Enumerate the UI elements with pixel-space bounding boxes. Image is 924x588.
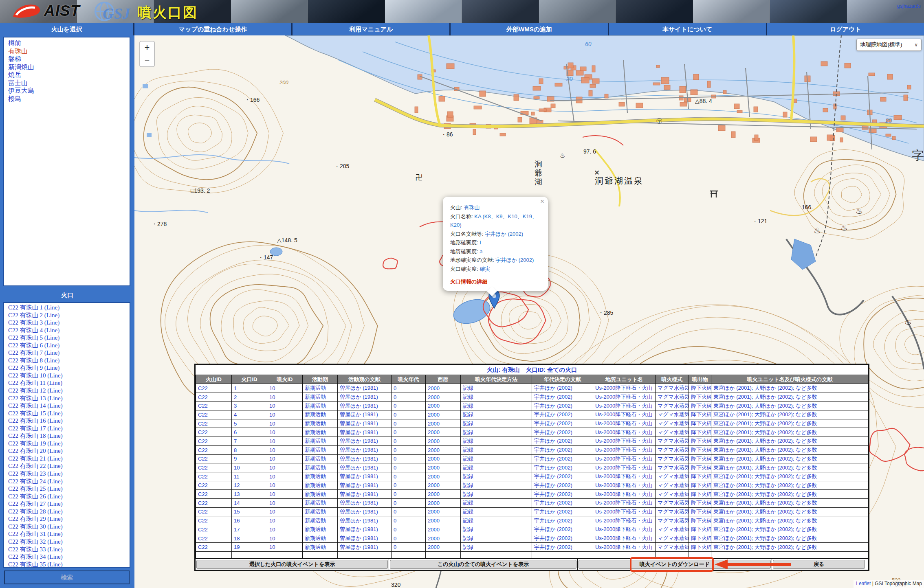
back-button[interactable]: 戻る	[773, 560, 865, 569]
table-cell[interactable]: マグマ水蒸気	[656, 516, 689, 525]
table-cell[interactable]: Us-2000降下軽石・火山	[593, 481, 656, 490]
table-cell[interactable]: C22	[196, 481, 232, 490]
table-cell[interactable]: 曽屋ほか (1981)	[338, 437, 392, 446]
table-cell[interactable]: 記録	[461, 490, 532, 499]
table-cell[interactable]: 東宮ほか (2001); 大野ほか (2002); など多数	[711, 393, 869, 402]
map-area[interactable]: 洞爺湖温泉字洞洞爺湖602020200500・166△88. 4・86〶97. …	[134, 35, 924, 588]
table-cell[interactable]: 東宮ほか (2001); 大野ほか (2002); など多数	[711, 498, 869, 507]
show-selected-crater-events-button[interactable]: 選択した火口の噴火イベントを表示	[196, 560, 388, 569]
table-cell[interactable]: Us-2000降下軽石・火山	[593, 428, 656, 437]
table-cell[interactable]: 7	[232, 437, 267, 446]
table-cell[interactable]: 0	[392, 419, 426, 428]
table-cell[interactable]: 曽屋ほか (1981)	[338, 463, 392, 472]
table-cell[interactable]: 2000	[426, 534, 461, 543]
table-cell[interactable]: 記録	[461, 472, 532, 481]
table-cell[interactable]: 新期活動	[303, 516, 338, 525]
table-cell[interactable]: マグマ水蒸気	[656, 525, 689, 534]
table-cell[interactable]: マグマ水蒸気	[656, 454, 689, 463]
table-cell[interactable]: 降下火砕物,	[689, 384, 711, 393]
nav-item-4[interactable]: ログアウト	[767, 23, 924, 35]
search-button[interactable]: 検索	[4, 570, 130, 584]
table-cell[interactable]: マグマ水蒸気	[656, 507, 689, 516]
table-cell[interactable]: 東宮ほか (2001); 大野ほか (2002); など多数	[711, 472, 869, 481]
crater-item[interactable]: C22 有珠山 25 (Line)	[8, 485, 130, 493]
table-cell[interactable]: 降下火砕物,	[689, 428, 711, 437]
table-cell[interactable]: 2000	[426, 463, 461, 472]
table-cell[interactable]: マグマ水蒸気	[656, 481, 689, 490]
table-cell[interactable]: 0	[392, 402, 426, 410]
table-cell[interactable]: 曽屋ほか (1981)	[338, 507, 392, 516]
table-cell[interactable]: 2000	[426, 384, 461, 393]
table-cell[interactable]: 10	[267, 516, 303, 525]
crater-item[interactable]: C22 有珠山 15 (Line)	[8, 410, 130, 417]
table-cell[interactable]: 降下火砕物,	[689, 481, 711, 490]
table-cell[interactable]: 記録	[461, 516, 532, 525]
table-cell[interactable]: 東宮ほか (2001); 大野ほか (2002); など多数	[711, 463, 869, 472]
table-cell[interactable]: 降下火砕物,	[689, 463, 711, 472]
table-cell[interactable]: 曽屋ほか (1981)	[338, 402, 392, 410]
table-cell[interactable]: マグマ水蒸気	[656, 445, 689, 454]
table-cell[interactable]: 曽屋ほか (1981)	[338, 498, 392, 507]
popup-value-link[interactable]: 確実	[480, 266, 490, 272]
table-cell[interactable]: 曽屋ほか (1981)	[338, 543, 392, 552]
table-cell[interactable]: 降下火砕物,	[689, 437, 711, 446]
table-cell[interactable]: Us-2000降下軽石・火山	[593, 393, 656, 402]
table-cell[interactable]: 2000	[426, 445, 461, 454]
table-cell[interactable]: C22	[196, 428, 232, 437]
table-cell[interactable]: マグマ水蒸気	[656, 543, 689, 552]
show-all-volcano-events-button[interactable]: この火山の全ての噴火イベントを表示	[390, 560, 576, 569]
crater-detail-link[interactable]: 火口情報の詳細	[450, 277, 541, 286]
table-cell[interactable]: 宇井ほか (2002)	[532, 402, 593, 410]
table-cell[interactable]: 降下火砕物,	[689, 498, 711, 507]
table-cell[interactable]: 1	[232, 384, 267, 393]
table-cell[interactable]: 降下火砕物,	[689, 516, 711, 525]
table-cell[interactable]: 東宮ほか (2001); 大野ほか (2002); など多数	[711, 543, 869, 552]
table-cell[interactable]: 東宮ほか (2001); 大野ほか (2002); など多数	[711, 481, 869, 490]
crater-item[interactable]: C22 有珠山 27 (Line)	[8, 500, 130, 508]
table-cell[interactable]: C22	[196, 490, 232, 499]
popup-value-link[interactable]: I	[480, 239, 481, 246]
table-cell[interactable]: 2000	[426, 543, 461, 552]
table-cell[interactable]: 8	[232, 445, 267, 454]
crater-item[interactable]: C22 有珠山 5 (Line)	[8, 334, 130, 342]
table-cell[interactable]: 13	[232, 490, 267, 499]
table-cell[interactable]: C22	[196, 410, 232, 419]
table-cell[interactable]: マグマ水蒸気	[656, 393, 689, 402]
table-cell[interactable]: 2000	[426, 481, 461, 490]
table-cell[interactable]: 新期活動	[303, 498, 338, 507]
table-cell[interactable]: 宇井ほか (2002)	[532, 507, 593, 516]
table-cell[interactable]: 18	[232, 534, 267, 543]
table-cell[interactable]: 10	[232, 463, 267, 472]
table-cell[interactable]: 0	[392, 507, 426, 516]
table-cell[interactable]: 記録	[461, 393, 532, 402]
table-cell[interactable]: 4	[232, 410, 267, 419]
table-cell[interactable]: 記録	[461, 402, 532, 410]
table-cell[interactable]: C22	[196, 507, 232, 516]
table-cell[interactable]: 0	[392, 393, 426, 402]
crater-item[interactable]: C22 有珠山 13 (Line)	[8, 395, 130, 402]
table-cell[interactable]: 降下火砕物,	[689, 534, 711, 543]
table-cell[interactable]: 東宮ほか (2001); 大野ほか (2002); など多数	[711, 410, 869, 419]
table-cell[interactable]: Us-2000降下軽石・火山	[593, 454, 656, 463]
table-cell[interactable]: 2000	[426, 410, 461, 419]
table-cell[interactable]: 東宮ほか (2001); 大野ほか (2002); など多数	[711, 516, 869, 525]
table-cell[interactable]: 宇井ほか (2002)	[532, 419, 593, 428]
table-cell[interactable]: 2000	[426, 454, 461, 463]
table-cell[interactable]: 0	[392, 384, 426, 393]
table-cell[interactable]: 2000	[426, 516, 461, 525]
table-cell[interactable]: 東宮ほか (2001); 大野ほか (2002); など多数	[711, 419, 869, 428]
table-cell[interactable]: 東宮ほか (2001); 大野ほか (2002); など多数	[711, 534, 869, 543]
table-cell[interactable]: 曽屋ほか (1981)	[338, 472, 392, 481]
table-cell[interactable]: 記録	[461, 428, 532, 437]
popup-close-icon[interactable]: ×	[540, 199, 544, 204]
table-cell[interactable]: 宇井ほか (2002)	[532, 525, 593, 534]
table-cell[interactable]: マグマ水蒸気	[656, 419, 689, 428]
crater-item[interactable]: C22 有珠山 9 (Line)	[8, 364, 130, 372]
table-cell[interactable]: 宇井ほか (2002)	[532, 384, 593, 393]
table-cell[interactable]: 降下火砕物,	[689, 402, 711, 410]
table-cell[interactable]: 記録	[461, 498, 532, 507]
table-cell[interactable]: 0	[392, 498, 426, 507]
table-cell[interactable]: 新期活動	[303, 463, 338, 472]
table-cell[interactable]: 降下火砕物,	[689, 543, 711, 552]
table-cell[interactable]: 0	[392, 454, 426, 463]
